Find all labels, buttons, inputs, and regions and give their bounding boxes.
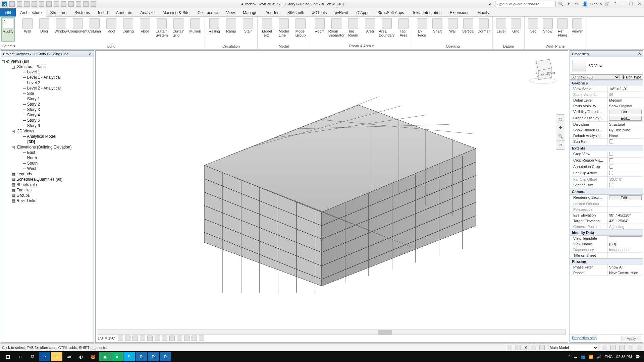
detail-level-icon[interactable] bbox=[118, 336, 123, 341]
s4-icon[interactable] bbox=[628, 345, 633, 350]
prop-row[interactable]: Far Clip Offset1000' 0" bbox=[570, 177, 643, 182]
view-analytical-model[interactable]: ─ Analytical Model bbox=[2, 134, 93, 139]
horizontal-scrollbar[interactable] bbox=[98, 329, 566, 335]
tray-up-icon[interactable]: ˄ bbox=[568, 355, 570, 359]
sun-path-icon[interactable] bbox=[132, 336, 138, 341]
temp-hide-icon[interactable] bbox=[177, 336, 182, 341]
model-model-group-button[interactable]: ModelGroup bbox=[292, 17, 309, 42]
tab-analyze[interactable]: Analyze bbox=[136, 9, 159, 16]
browser-sheets-all-[interactable]: ▦ Sheets (all) bbox=[2, 182, 93, 187]
room-area-button[interactable]: Area bbox=[362, 17, 378, 42]
tab-manage[interactable]: Manage bbox=[239, 9, 261, 16]
minimize-icon[interactable]: – bbox=[621, 1, 626, 7]
prop-row[interactable]: DependencyIndependent bbox=[570, 247, 643, 253]
circ-ramp-button[interactable]: Ramp bbox=[223, 17, 239, 42]
prop-row[interactable]: Graphic Display ...Edit... bbox=[570, 115, 643, 122]
prop-section-graphics[interactable]: Graphics bbox=[570, 80, 643, 86]
visual-style-icon[interactable] bbox=[125, 336, 130, 341]
tab-file[interactable]: File bbox=[0, 8, 16, 16]
build-floor-button[interactable]: Floor bbox=[137, 17, 153, 42]
align-icon[interactable] bbox=[54, 1, 59, 7]
cloud-icon[interactable]: ☁ bbox=[574, 355, 577, 359]
apply-button[interactable]: Apply bbox=[622, 336, 641, 341]
model-model-text-button[interactable]: ModelText bbox=[259, 17, 275, 42]
close-icon[interactable]: ✕ bbox=[89, 52, 92, 56]
view-level-1-analytical[interactable]: ─ Level 1 - Analytical bbox=[2, 75, 93, 80]
structural-plans[interactable]: – Structural Plans bbox=[2, 64, 93, 69]
tab-structure[interactable]: Structure bbox=[46, 9, 70, 16]
tab-massing-site[interactable]: Massing & Site bbox=[159, 9, 194, 16]
prop-row[interactable]: Sun Path bbox=[570, 139, 643, 145]
editable-only-icon[interactable] bbox=[516, 345, 521, 350]
prop-row[interactable]: Perspective bbox=[570, 207, 643, 213]
print-icon[interactable] bbox=[39, 1, 44, 7]
revit2-icon[interactable]: R bbox=[148, 352, 159, 361]
prop-row[interactable]: Target Elevation43' 1 25/64" bbox=[570, 218, 643, 224]
browser-schedules-quantities-all-[interactable]: ▦ Schedules/Quantities (all) bbox=[2, 177, 93, 182]
build-mullion-button[interactable]: Mullion bbox=[187, 17, 203, 42]
wplane-viewer-button[interactable]: Viewer bbox=[570, 17, 584, 42]
prop-row[interactable]: Visibility/Graphi...Edit... bbox=[570, 109, 643, 115]
view-scale[interactable]: 1/8" = 1'-0" bbox=[98, 336, 116, 340]
prop-section-phasing[interactable]: Phasing bbox=[570, 258, 643, 264]
room-tag-area-button[interactable]: TagArea bbox=[395, 17, 412, 42]
edge-icon[interactable]: e bbox=[39, 352, 50, 361]
tab-strucsoft-apps[interactable]: StrucSoft Apps bbox=[373, 9, 408, 16]
crop-icon[interactable] bbox=[155, 336, 160, 341]
tab-insert[interactable]: Insert bbox=[94, 9, 112, 16]
tab-extensions[interactable]: Extensions bbox=[446, 9, 474, 16]
view-site[interactable]: ─ Site bbox=[2, 91, 93, 96]
orbit-icon[interactable]: ⟲ bbox=[556, 141, 565, 149]
exchange-icon[interactable]: 🛒 bbox=[604, 1, 610, 7]
network-icon[interactable]: 📶 bbox=[589, 355, 593, 359]
prop-row[interactable]: Annotation Crop bbox=[570, 164, 643, 170]
prop-row[interactable]: DisciplineStructural bbox=[570, 122, 643, 127]
measure-icon[interactable] bbox=[46, 1, 52, 7]
tab-tekla-integration[interactable]: Tekla Integration bbox=[408, 9, 446, 16]
view--3d-[interactable]: ─ {3D} bbox=[2, 139, 93, 144]
open-by-face-button[interactable]: ByFace bbox=[415, 17, 429, 42]
wplane-show-button[interactable]: Show bbox=[541, 17, 555, 42]
star-icon[interactable]: ☆ bbox=[574, 1, 580, 7]
prop-row[interactable]: Camera PositionAdjusting bbox=[570, 224, 643, 230]
lang-icon[interactable]: ENG bbox=[605, 355, 613, 359]
browser-families[interactable]: ▦ Families bbox=[2, 187, 93, 193]
info-center-arrow-icon[interactable]: ◂ bbox=[487, 1, 492, 7]
tab-annotate[interactable]: Annotate bbox=[112, 9, 136, 16]
crop-region-icon[interactable] bbox=[162, 336, 167, 341]
modify-button[interactable]: ↖Modify bbox=[1, 17, 15, 42]
link-icon[interactable] bbox=[507, 345, 512, 350]
help-icon[interactable]: ? bbox=[612, 1, 618, 7]
prop-row[interactable]: Crop View bbox=[570, 151, 643, 158]
undo-icon[interactable] bbox=[24, 1, 30, 7]
open-icon[interactable] bbox=[9, 1, 15, 7]
skype-icon[interactable]: S bbox=[123, 352, 135, 361]
view-level-2-analytical[interactable]: ─ Level 2 - Analytical bbox=[2, 85, 93, 91]
view-level-2[interactable]: ─ Level 2 bbox=[2, 80, 93, 85]
property-grid[interactable]: GraphicsView Scale1/8" = 1'-0"Scale Valu… bbox=[570, 80, 643, 335]
prop-section-extents[interactable]: Extents bbox=[570, 145, 643, 151]
navigation-bar[interactable]: ◎ ✥ 🔍 ⟲ bbox=[556, 114, 565, 150]
views-root[interactable]: –⊙ Views (all) bbox=[2, 59, 93, 64]
filter-icon[interactable] bbox=[531, 345, 536, 350]
prop-row[interactable]: Phase FilterShow All bbox=[570, 264, 643, 270]
type-selector[interactable]: 3D View: {3D} bbox=[570, 74, 620, 80]
circ-railing-button[interactable]: Railing bbox=[206, 17, 222, 42]
view-south[interactable]: ─ South bbox=[2, 161, 93, 166]
view-west[interactable]: ─ West bbox=[2, 166, 93, 171]
open-wall-button[interactable]: Wall bbox=[445, 17, 460, 42]
view-story-6[interactable]: ─ Story 6 bbox=[2, 123, 93, 128]
prop-row[interactable]: Scale Value 1:96 bbox=[570, 92, 643, 98]
room-room-button[interactable]: Room bbox=[312, 17, 328, 42]
room-tag-room-button[interactable]: TagRoom bbox=[345, 17, 361, 42]
search-input[interactable] bbox=[495, 1, 555, 7]
browser-title[interactable]: Project Browser - _6 Story Building 8.rv… bbox=[1, 51, 94, 57]
tab-modify[interactable]: Modify bbox=[473, 9, 493, 16]
switch-windows-icon[interactable] bbox=[91, 1, 96, 7]
app2-icon[interactable]: ● bbox=[111, 352, 123, 361]
open-vertical-button[interactable]: Vertical bbox=[461, 17, 476, 42]
prop-row[interactable]: View Scale1/8" = 1'-0" bbox=[570, 86, 643, 92]
s5-icon[interactable] bbox=[637, 345, 642, 350]
prop-row[interactable]: Parts VisibilityShow Original bbox=[570, 103, 643, 109]
browser-groups[interactable]: ▦ Groups bbox=[2, 193, 93, 198]
